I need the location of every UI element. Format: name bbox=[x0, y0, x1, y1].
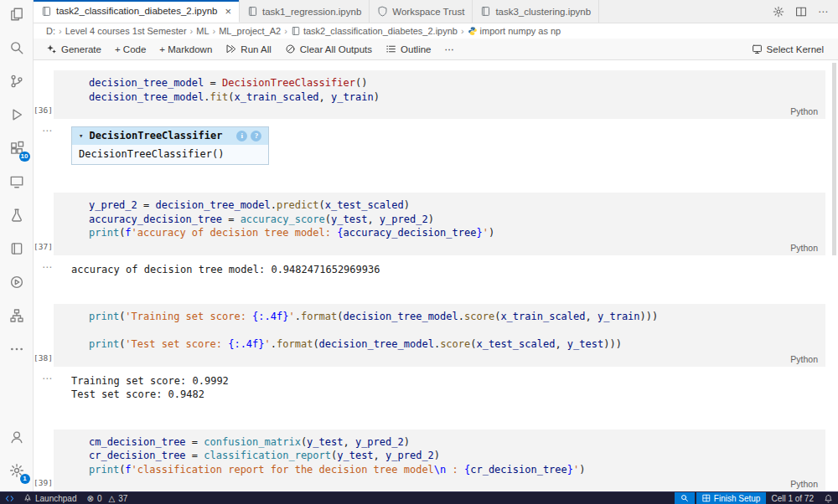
scrollbar[interactable] bbox=[832, 63, 836, 255]
ipynb-file-icon bbox=[480, 6, 491, 17]
cell-indicator[interactable]: Cell 1 of 72 bbox=[766, 492, 819, 504]
cell-language-label[interactable]: Python bbox=[790, 106, 818, 116]
tab-task3-clustering[interactable]: task3_clustering.ipynb bbox=[473, 0, 599, 23]
notebook-editor: decision_tree_model = DecisionTreeClassi… bbox=[34, 60, 838, 491]
rocket-icon bbox=[23, 494, 32, 502]
search-chip[interactable] bbox=[675, 492, 695, 504]
chevron-right-icon: › bbox=[461, 26, 464, 36]
problems-indicator[interactable]: ⊗0 △37 bbox=[82, 492, 133, 504]
gear-icon[interactable] bbox=[773, 6, 784, 18]
bell-icon[interactable] bbox=[819, 492, 838, 504]
breadcrumb-cell-symbol[interactable]: import numpy as np bbox=[468, 26, 561, 36]
remote-explorer-icon[interactable] bbox=[3, 169, 31, 194]
accounts-icon[interactable] bbox=[3, 424, 31, 450]
add-code-button[interactable]: + Code bbox=[109, 42, 152, 57]
select-kernel-button[interactable]: Select Kernel bbox=[746, 41, 830, 57]
kernel-icon bbox=[752, 44, 763, 54]
org-chart-icon[interactable] bbox=[3, 303, 31, 328]
code-line[interactable]: accuracy_decision_tree = accuracy_score(… bbox=[89, 213, 825, 227]
widget-body: DecisionTreeClassifier() bbox=[72, 144, 268, 164]
finish-setup-button[interactable]: Finish Setup bbox=[696, 492, 767, 504]
close-icon[interactable]: × bbox=[225, 6, 231, 17]
search-icon[interactable] bbox=[3, 35, 31, 60]
info-icon[interactable]: i bbox=[236, 131, 247, 141]
source-control-icon[interactable] bbox=[3, 69, 31, 94]
cell-code-editor[interactable]: decision_tree_model = DecisionTreeClassi… bbox=[89, 76, 825, 104]
shield-icon bbox=[377, 6, 388, 17]
breadcrumb: D: › Level 4 courses 1st Semester › ML ›… bbox=[34, 23, 838, 39]
cell-output: ⋯accuracy of decision tree model: 0.9482… bbox=[54, 260, 825, 280]
toolbar-more-icon[interactable]: ⋯ bbox=[439, 41, 461, 58]
code-line[interactable]: print(f'accuracy of decision tree model:… bbox=[89, 226, 825, 240]
cell-code-editor[interactable]: print('Training set score: {:.4f}'.forma… bbox=[89, 310, 825, 352]
code-line[interactable]: print('Training set score: {:.4f}'.forma… bbox=[89, 310, 825, 324]
code-line[interactable]: cr_decision_tree = classification_report… bbox=[89, 449, 825, 463]
error-icon: ⊗ bbox=[87, 494, 94, 503]
breadcrumb-drive[interactable]: D: bbox=[46, 26, 55, 36]
settings-badge: 1 bbox=[20, 474, 30, 484]
output-menu-icon[interactable]: ⋯ bbox=[42, 125, 52, 136]
breadcrumb-folder[interactable]: Level 4 courses 1st Semester bbox=[65, 26, 187, 36]
code-line[interactable] bbox=[89, 324, 825, 338]
cell-language-label[interactable]: Python bbox=[790, 243, 818, 253]
activity-bar: 10 1 bbox=[0, 0, 34, 491]
output-text: Training set score: 0.9992 bbox=[71, 374, 825, 388]
cell-language-label[interactable]: Python bbox=[790, 354, 818, 364]
search-icon bbox=[680, 494, 689, 502]
notebook-cell[interactable]: y_pred_2 = decision_tree_model.predict(x… bbox=[54, 193, 825, 255]
outline-button[interactable]: Outline bbox=[380, 41, 437, 57]
tab-task2-classification[interactable]: task2_classification_diabetes_2.ipynb × bbox=[34, 0, 240, 23]
notebook-cells: decision_tree_model = DecisionTreeClassi… bbox=[34, 60, 838, 491]
widget-header[interactable]: ▾DecisionTreeClassifieri? bbox=[72, 127, 268, 144]
info-icon[interactable]: ? bbox=[251, 131, 261, 141]
output-menu-icon[interactable]: ⋯ bbox=[42, 373, 52, 384]
remote-indicator-icon[interactable] bbox=[0, 492, 18, 504]
notebook-cell[interactable]: cm_decision_tree = confusion_matrix(y_te… bbox=[54, 429, 825, 492]
notebook-icon[interactable] bbox=[3, 236, 31, 261]
code-line[interactable]: print(f'classification report for the de… bbox=[89, 463, 825, 477]
breadcrumb-folder[interactable]: ML_project_A2 bbox=[219, 26, 281, 36]
launchpad-button[interactable]: Launchpad bbox=[18, 492, 82, 504]
grid-icon bbox=[702, 494, 711, 502]
chevron-down-icon[interactable]: ▾ bbox=[79, 131, 83, 140]
cell-language-label[interactable]: Python bbox=[790, 479, 818, 489]
breadcrumb-file[interactable]: task2_classification_diabetes_2.ipynb bbox=[291, 26, 458, 36]
editor-actions: ⋯ bbox=[773, 0, 838, 23]
code-line[interactable]: decision_tree_model.fit(x_train_scaled, … bbox=[89, 90, 825, 105]
more-views-icon[interactable] bbox=[3, 337, 31, 362]
code-line[interactable]: cm_decision_tree = confusion_matrix(y_te… bbox=[89, 435, 825, 450]
code-line[interactable]: print('Test set score: {:.4f}'.format(de… bbox=[89, 337, 825, 352]
more-actions-icon[interactable]: ⋯ bbox=[818, 6, 828, 18]
execution-count: [39] bbox=[34, 478, 53, 487]
cell-code-editor[interactable]: cm_decision_tree = confusion_matrix(y_te… bbox=[89, 435, 825, 477]
generate-button[interactable]: Generate bbox=[40, 41, 107, 57]
explorer-icon[interactable] bbox=[3, 2, 31, 27]
add-markdown-button[interactable]: + Markdown bbox=[153, 42, 218, 57]
code-line[interactable]: y_pred_2 = decision_tree_model.predict(x… bbox=[89, 198, 825, 213]
output-menu-icon[interactable]: ⋯ bbox=[42, 261, 52, 273]
python-icon bbox=[468, 26, 478, 36]
tab-bar: task2_classification_diabetes_2.ipynb × … bbox=[34, 0, 838, 23]
tab-task1-regression[interactable]: task1_regression.ipynb bbox=[240, 0, 370, 23]
notebook-cell[interactable]: decision_tree_model = DecisionTreeClassi… bbox=[54, 70, 825, 119]
sklearn-estimator-widget[interactable]: ▾DecisionTreeClassifieri?DecisionTreeCla… bbox=[71, 126, 269, 165]
tab-workspace-trust[interactable]: Workspace Trust bbox=[370, 0, 473, 23]
chevron-right-icon: › bbox=[59, 26, 62, 36]
cell-code-editor[interactable]: y_pred_2 = decision_tree_model.predict(x… bbox=[89, 198, 825, 240]
clear-all-outputs-button[interactable]: Clear All Outputs bbox=[279, 41, 378, 57]
extensions-icon[interactable]: 10 bbox=[3, 136, 31, 161]
code-line[interactable]: decision_tree_model = DecisionTreeClassi… bbox=[89, 76, 825, 90]
run-all-icon bbox=[225, 44, 236, 54]
split-editor-icon[interactable] bbox=[795, 6, 807, 18]
play-circle-icon[interactable] bbox=[3, 270, 31, 295]
run-debug-icon[interactable] bbox=[3, 102, 31, 127]
notebook-toolbar: Generate + Code + Markdown Run All Clear… bbox=[34, 39, 838, 60]
widget-title: DecisionTreeClassifier bbox=[89, 130, 222, 141]
ipynb-file-icon bbox=[247, 6, 258, 17]
run-all-button[interactable]: Run All bbox=[220, 41, 277, 57]
breadcrumb-folder[interactable]: ML bbox=[196, 26, 209, 36]
chevron-right-icon: › bbox=[190, 26, 194, 36]
testing-icon[interactable] bbox=[3, 203, 31, 228]
settings-gear-icon[interactable]: 1 bbox=[3, 458, 31, 483]
notebook-cell[interactable]: print('Training set score: {:.4f}'.forma… bbox=[54, 304, 825, 367]
